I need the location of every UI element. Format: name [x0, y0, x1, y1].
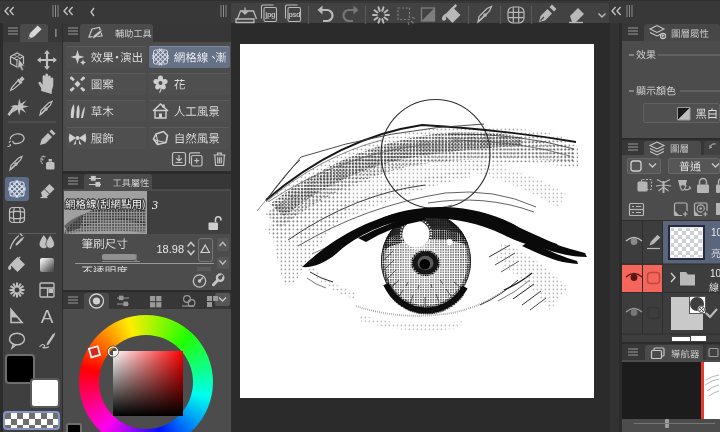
svg-text:A: A [41, 306, 54, 327]
svg-text:3: 3 [151, 198, 158, 212]
svg-text:I: I [55, 28, 58, 39]
svg-text:psd: psd [288, 10, 301, 19]
svg-text:18.98: 18.98 [156, 243, 184, 255]
svg-text:100: 100 [711, 227, 720, 238]
svg-text:jpg: jpg [264, 10, 276, 19]
svg-text:100: 100 [710, 268, 720, 279]
